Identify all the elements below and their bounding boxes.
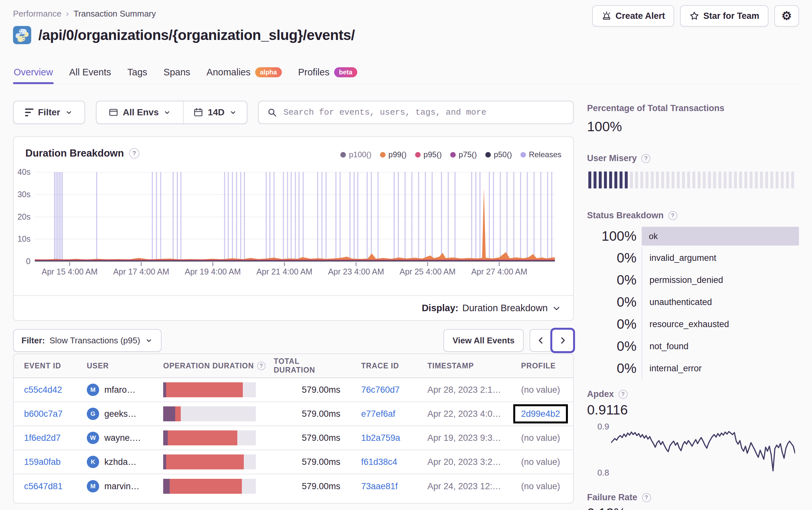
search-input[interactable] [284, 101, 565, 123]
legend-label: p95() [424, 150, 442, 159]
pagination [529, 329, 574, 352]
event-id-link[interactable]: 1f6ed2d7 [24, 433, 61, 443]
legend-dot [485, 152, 491, 157]
column-header[interactable]: USER [87, 362, 109, 370]
misery-bar-empty [760, 172, 763, 188]
x-axis-tick-label: Apr 27 4:00 AM [460, 267, 538, 276]
duration-chart-plot[interactable] [35, 172, 555, 262]
tab-tags[interactable]: Tags [127, 67, 148, 84]
profile-cell: (no value) [521, 457, 560, 467]
environment-selector[interactable]: All Envs [96, 101, 183, 123]
status-row: 0%invalid_argument [587, 247, 799, 269]
legend-item[interactable]: p95() [415, 150, 442, 159]
profile-cell: (no value) [521, 385, 560, 395]
legend-item[interactable]: Releases [520, 150, 561, 159]
status-ok-bar: ok [642, 227, 799, 246]
misery-bar-empty [661, 172, 664, 188]
misery-bar-empty [718, 172, 721, 188]
event-filter-dropdown[interactable]: Filter: Slow Transactions (p95) [13, 329, 162, 352]
column-header[interactable]: OPERATION DURATION? [163, 362, 266, 370]
y-axis-tick-label: 10s [13, 234, 31, 244]
page-title: /api/0/organizations/{organization_slug}… [38, 27, 355, 43]
status-row: 0%unauthenticated [587, 291, 799, 313]
help-icon[interactable]: ? [642, 493, 651, 502]
misery-bar-empty [750, 172, 753, 188]
events-table: EVENT IDUSEROPERATION DURATION?TOTAL DUR… [13, 353, 574, 504]
trace-id-link[interactable]: f61d38c4 [361, 457, 397, 467]
status-percentage: 0% [587, 294, 636, 310]
username: kzhda… [104, 457, 137, 467]
apdex-axis-bottom-label: 0.8 [590, 468, 609, 478]
view-all-events-button[interactable]: View All Events [443, 329, 524, 352]
trace-id-link[interactable]: 76c760d7 [361, 385, 400, 395]
tab-anomalies[interactable]: Anomaliesalpha [206, 67, 283, 84]
legend-item[interactable]: p75() [450, 150, 477, 159]
chart-legend: p100()p99()p95()p75()p50()Releases [340, 150, 561, 159]
legend-item[interactable]: p50() [485, 150, 512, 159]
date-range-selector[interactable]: 14D [183, 101, 247, 123]
legend-label: p99() [388, 150, 407, 159]
table-row: b600c7a7Ggeeks…579.00mse77ef6afApr 22, 2… [13, 402, 573, 426]
column-header[interactable]: PROFILE [521, 362, 556, 370]
apdex-value: 0.9116 [587, 402, 628, 418]
chevron-down-icon[interactable] [552, 303, 561, 313]
help-icon[interactable]: ? [129, 148, 140, 158]
y-axis-tick-label: 20s [13, 212, 31, 221]
column-header[interactable]: TOTAL DURATION [274, 357, 340, 374]
next-page-button[interactable] [552, 329, 574, 352]
event-id-link[interactable]: c5647d81 [24, 481, 63, 491]
help-icon[interactable]: ? [618, 390, 628, 399]
search-box[interactable] [258, 101, 574, 124]
highlight-box: 2d99e4b2 [513, 404, 568, 424]
tab-overview[interactable]: Overview [13, 67, 54, 84]
x-axis-tick-label: Apr 23 4:00 AM [317, 267, 395, 276]
breadcrumb-performance[interactable]: Performance [13, 9, 61, 19]
tab-all-events[interactable]: All Events [68, 67, 112, 84]
column-header[interactable]: TRACE ID [361, 362, 399, 370]
y-axis-tick-label: 40s [13, 167, 31, 177]
help-icon[interactable]: ? [257, 362, 266, 370]
table-row: 159a0fabKkzhda…579.00msf61d38c4Apr 20, 2… [13, 450, 573, 474]
column-header[interactable]: EVENT ID [24, 362, 61, 370]
status-label: not_found [642, 335, 689, 357]
column-header[interactable]: TIMESTAMP [428, 362, 474, 370]
user-cell: Mmfaro… [87, 384, 136, 396]
misery-bar-empty [640, 172, 643, 188]
user-misery-title: User Misery? [587, 153, 650, 163]
filter-dropdown-button[interactable]: Filter [13, 101, 85, 124]
misery-bar-empty [703, 172, 706, 188]
misery-bar-filled [593, 172, 597, 188]
event-id-link[interactable]: c55c4d42 [24, 385, 62, 395]
misery-bar-filled [588, 172, 591, 188]
help-icon[interactable]: ? [641, 154, 650, 163]
profile-cell[interactable]: 2d99e4b2 [521, 404, 568, 424]
profile-link[interactable]: 2d99e4b2 [521, 409, 560, 419]
avatar: K [87, 456, 99, 468]
misery-bar-empty [687, 172, 690, 188]
python-platform-icon [13, 26, 31, 44]
event-id-link[interactable]: 159a0fab [24, 457, 61, 467]
misery-bar-empty [682, 172, 685, 188]
legend-item[interactable]: p100() [340, 150, 371, 159]
previous-page-button[interactable] [529, 329, 552, 352]
breadcrumb: Performance › Transaction Summary [13, 8, 156, 19]
total-duration: 579.00ms [274, 385, 340, 395]
misery-bar-empty [698, 172, 700, 188]
display-dropdown[interactable]: Duration Breakdown [462, 303, 548, 313]
help-icon[interactable]: ? [668, 211, 677, 220]
tab-spans[interactable]: Spans [163, 67, 191, 84]
misery-bar-empty [630, 172, 633, 188]
misery-bar-filled [614, 172, 617, 188]
legend-item[interactable]: p99() [380, 150, 407, 159]
trace-id-link[interactable]: e77ef6af [361, 409, 395, 419]
misery-bar-empty [672, 172, 674, 188]
failure-rate-value: 0.12% [587, 506, 626, 510]
tab-profiles[interactable]: Profilesbeta [297, 67, 358, 84]
username: mfaro… [104, 385, 136, 395]
status-percentage: 0% [587, 338, 636, 354]
title-row: /api/0/organizations/{organization_slug}… [13, 26, 355, 44]
x-axis-tick-label: Apr 21 4:00 AM [245, 267, 323, 276]
trace-id-link[interactable]: 1b2a759a [361, 433, 400, 443]
trace-id-link[interactable]: 73aae81f [361, 481, 398, 491]
event-id-link[interactable]: b600c7a7 [24, 409, 63, 419]
